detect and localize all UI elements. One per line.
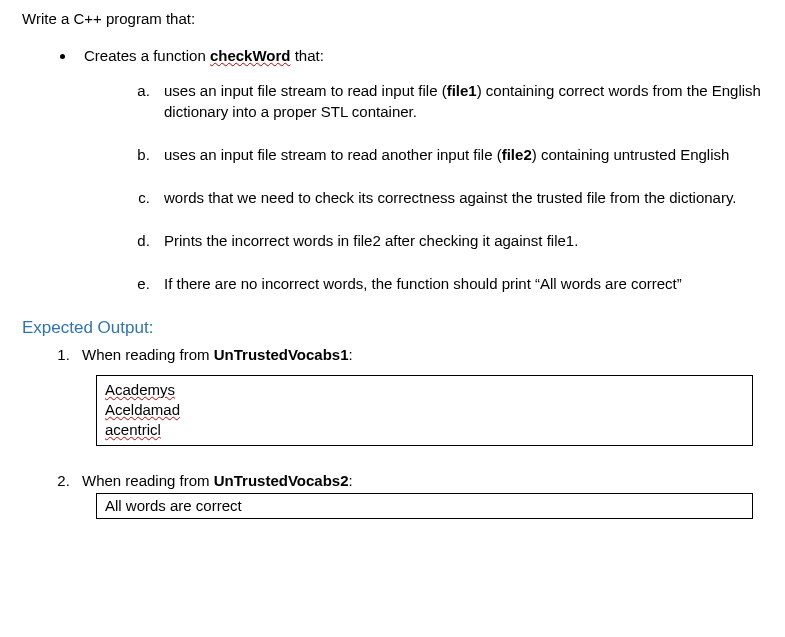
expected-output-2: When reading from UnTrustedVocabs2: All … bbox=[74, 470, 763, 519]
sub-b-pre: uses an input file stream to read anothe… bbox=[164, 146, 502, 163]
output1-line-2: Aceldamad bbox=[105, 401, 180, 418]
sub-a-pre: uses an input file stream to read input … bbox=[164, 82, 447, 99]
sub-item-a: uses an input file stream to read input … bbox=[154, 80, 763, 122]
sub-requirements-list: uses an input file stream to read input … bbox=[84, 80, 763, 294]
expected-output-heading: Expected Output: bbox=[22, 316, 763, 340]
function-name: checkWord bbox=[210, 47, 291, 64]
output-box-2: All words are correct bbox=[96, 493, 753, 519]
main-bullet-list: Creates a function checkWord that: uses … bbox=[22, 45, 763, 294]
file1-label: file1 bbox=[447, 82, 477, 99]
sub-item-d: Prints the incorrect words in file2 afte… bbox=[154, 230, 763, 251]
output2-label-post: : bbox=[349, 472, 353, 489]
bullet-suffix: that: bbox=[291, 47, 324, 64]
output2-label-pre: When reading from bbox=[82, 472, 214, 489]
bullet-item-function: Creates a function checkWord that: uses … bbox=[76, 45, 763, 294]
output1-line-1: Academys bbox=[105, 381, 175, 398]
sub-item-e: If there are no incorrect words, the fun… bbox=[154, 273, 763, 294]
expected-output-1: When reading from UnTrustedVocabs1: Acad… bbox=[74, 344, 763, 446]
sub-item-c: words that we need to check its correctn… bbox=[154, 187, 763, 208]
file2-label: file2 bbox=[502, 146, 532, 163]
output1-line-3: acentricl bbox=[105, 421, 161, 438]
sub-item-b: uses an input file stream to read anothe… bbox=[154, 144, 763, 165]
output1-filename: UnTrustedVocabs1 bbox=[214, 346, 349, 363]
bullet-prefix: Creates a function bbox=[84, 47, 210, 64]
output-box-1: Academys Aceldamad acentricl bbox=[96, 375, 753, 446]
output2-filename: UnTrustedVocabs2 bbox=[214, 472, 349, 489]
output1-label-pre: When reading from bbox=[82, 346, 214, 363]
sub-b-post: ) containing untrusted English bbox=[532, 146, 730, 163]
output1-label-post: : bbox=[349, 346, 353, 363]
output2-line: All words are correct bbox=[105, 496, 744, 516]
expected-output-list: When reading from UnTrustedVocabs1: Acad… bbox=[22, 344, 763, 519]
intro-text: Write a C++ program that: bbox=[22, 8, 763, 29]
